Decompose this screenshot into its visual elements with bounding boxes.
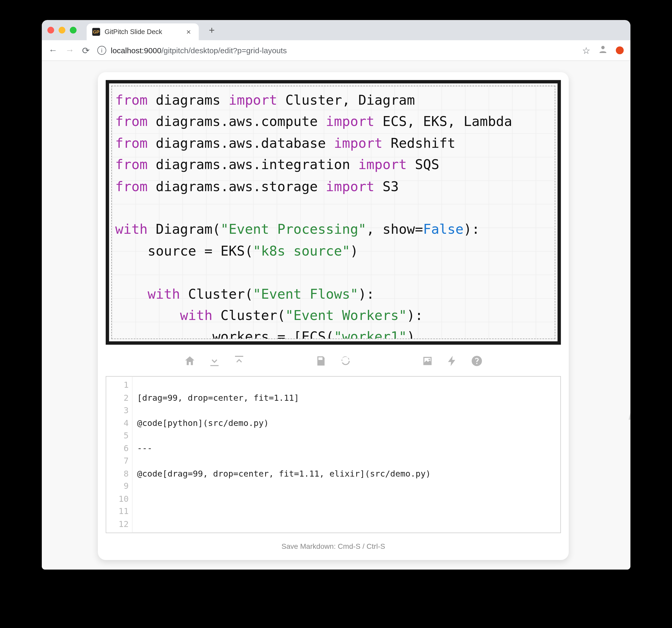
- tab-favicon: GP: [92, 28, 100, 36]
- url-host: localhost: [111, 46, 142, 55]
- page-content: et pa nan d( from diagrams import Cluste…: [42, 61, 630, 569]
- nav-forward-button[interactable]: →: [65, 45, 74, 55]
- site-info-icon[interactable]: i: [97, 46, 106, 55]
- slide-preview[interactable]: from diagrams import Cluster, Diagramfro…: [106, 80, 561, 345]
- url-input[interactable]: i localhost:9000/gitpitch/desktop/edit?p…: [97, 46, 574, 55]
- url-port: :9000: [142, 46, 161, 55]
- markdown-editor[interactable]: 123456789101112 [drag=99, drop=center, f…: [106, 376, 561, 533]
- minimize-window-button[interactable]: [58, 27, 65, 33]
- editor-toolbar: [98, 352, 569, 376]
- tab-close-button[interactable]: ×: [184, 28, 193, 36]
- editor-content[interactable]: [drag=99, drop=center, fit=1.11] @code[p…: [133, 377, 560, 532]
- refresh-icon[interactable]: [339, 355, 352, 369]
- slide-preview-code: from diagrams import Cluster, Diagramfro…: [111, 86, 555, 339]
- new-tab-button[interactable]: +: [205, 22, 219, 39]
- bolt-icon[interactable]: [446, 355, 458, 369]
- extension-indicator-icon[interactable]: [616, 46, 623, 54]
- nav-back-button[interactable]: ←: [48, 45, 57, 55]
- download-icon[interactable]: [208, 355, 220, 369]
- background-watermark: et pa nan d(: [625, 229, 630, 482]
- home-icon[interactable]: [184, 355, 196, 369]
- profile-avatar-icon[interactable]: [598, 44, 608, 56]
- tab-strip: GP GitPitch Slide Deck × +: [42, 20, 630, 40]
- image-icon[interactable]: [421, 355, 433, 369]
- status-bar: Save Markdown: Cmd-S / Ctrl-S: [98, 539, 569, 556]
- upload-icon[interactable]: [233, 355, 245, 369]
- editor-panel: from diagrams import Cluster, Diagramfro…: [98, 72, 569, 560]
- bookmark-star-icon[interactable]: ☆: [582, 45, 590, 55]
- maximize-window-button[interactable]: [70, 27, 77, 33]
- browser-tab[interactable]: GP GitPitch Slide Deck ×: [87, 23, 199, 40]
- nav-reload-button[interactable]: ⟳: [82, 45, 89, 55]
- close-window-button[interactable]: [47, 27, 54, 33]
- window-controls: [47, 27, 76, 33]
- address-bar: ← → ⟳ i localhost:9000/gitpitch/desktop/…: [42, 40, 630, 61]
- svg-point-0: [601, 46, 604, 49]
- url-path: /gitpitch/desktop/edit?p=grid-layouts: [161, 46, 287, 55]
- browser-window: GP GitPitch Slide Deck × + ← → ⟳ i local…: [42, 20, 630, 569]
- help-icon[interactable]: [471, 355, 483, 369]
- status-hint: Save Markdown: Cmd-S / Ctrl-S: [282, 542, 385, 550]
- line-number-gutter: 123456789101112: [106, 377, 133, 532]
- tab-title: GitPitch Slide Deck: [104, 28, 179, 36]
- save-icon[interactable]: [315, 355, 327, 369]
